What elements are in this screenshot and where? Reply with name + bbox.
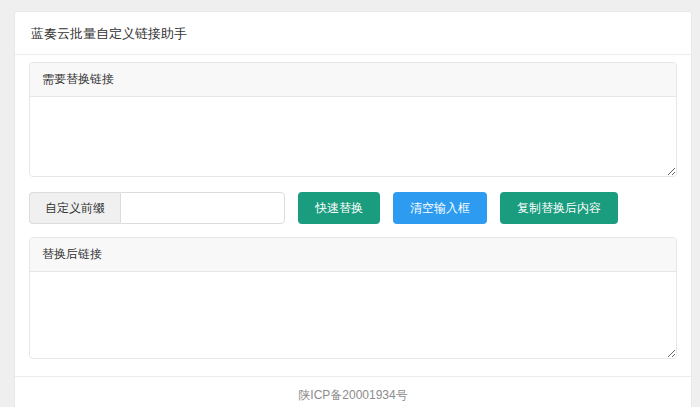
- prefix-input-group: 自定义前缀: [29, 192, 285, 224]
- result-links-textarea[interactable]: [30, 272, 676, 358]
- card-body: 需要替换链接 自定义前缀 快速替换 清空输入框 复制替换后内容 替换后链接: [15, 55, 691, 359]
- prefix-form-row: 自定义前缀 快速替换 清空输入框 复制替换后内容: [29, 192, 677, 224]
- prefix-input[interactable]: [120, 192, 285, 224]
- source-links-textarea[interactable]: [30, 97, 676, 176]
- clear-input-button[interactable]: 清空输入框: [393, 192, 487, 224]
- source-links-panel: 需要替换链接: [29, 62, 677, 177]
- result-links-panel: 替换后链接: [29, 237, 677, 359]
- copy-result-button[interactable]: 复制替换后内容: [500, 192, 618, 224]
- footer: 陕ICP备20001934号: [15, 376, 691, 407]
- icp-record-text: 陕ICP备20001934号: [298, 388, 407, 402]
- source-panel-header: 需要替换链接: [30, 63, 676, 97]
- prefix-label: 自定义前缀: [29, 192, 120, 224]
- main-card: 蓝奏云批量自定义链接助手 需要替换链接 自定义前缀 快速替换 清空输入框 复制替…: [14, 11, 692, 407]
- quick-replace-button[interactable]: 快速替换: [298, 192, 380, 224]
- page-title: 蓝奏云批量自定义链接助手: [15, 12, 691, 55]
- result-panel-header: 替换后链接: [30, 238, 676, 272]
